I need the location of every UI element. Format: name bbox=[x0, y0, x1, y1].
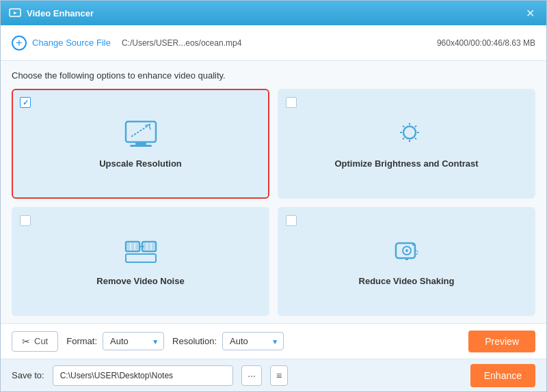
option-noise[interactable]: Remove Video Noise bbox=[12, 207, 269, 317]
change-source-button[interactable]: + Change Source File bbox=[12, 36, 111, 51]
save-bar: Save to: ··· ≡ Enhance bbox=[1, 359, 546, 391]
brightness-icon bbox=[389, 119, 425, 152]
checkbox-upscale[interactable] bbox=[20, 97, 31, 108]
svg-rect-18 bbox=[127, 243, 130, 250]
save-label: Save to: bbox=[12, 370, 44, 380]
svg-marker-1 bbox=[14, 12, 17, 14]
header-bar: + Change Source File C:/Users/USER...eos… bbox=[1, 25, 546, 61]
preview-button[interactable]: Preview bbox=[468, 331, 535, 352]
svg-line-15 bbox=[415, 126, 416, 127]
svg-rect-24 bbox=[152, 243, 155, 250]
upscale-icon bbox=[123, 119, 159, 152]
resolution-label: Resolution: bbox=[172, 336, 217, 346]
options-grid: Upscale Resolution bbox=[12, 89, 535, 316]
folder-icon: ≡ bbox=[276, 370, 282, 381]
scissors-icon: ✂ bbox=[22, 336, 30, 347]
svg-line-16 bbox=[403, 138, 404, 139]
folder-button[interactable]: ≡ bbox=[270, 365, 288, 386]
svg-rect-27 bbox=[126, 254, 156, 262]
svg-point-32 bbox=[412, 243, 415, 246]
instruction-text: Choose the following options to enhance … bbox=[12, 70, 535, 81]
svg-rect-4 bbox=[130, 145, 152, 147]
svg-rect-23 bbox=[148, 243, 150, 250]
svg-rect-19 bbox=[131, 243, 134, 250]
shaking-label: Reduce Video Shaking bbox=[359, 276, 455, 286]
checkbox-noise[interactable] bbox=[20, 215, 31, 226]
enhance-button[interactable]: Enhance bbox=[470, 364, 535, 387]
format-group: Format: Auto MP4 AVI MOV ▼ bbox=[66, 332, 164, 350]
main-window: Video Enhancer ✕ + Change Source File C:… bbox=[0, 0, 547, 392]
svg-rect-3 bbox=[135, 142, 146, 145]
svg-point-30 bbox=[405, 249, 408, 252]
brightness-label: Optimize Brightness and Contrast bbox=[334, 158, 478, 169]
option-upscale[interactable]: Upscale Resolution bbox=[12, 89, 269, 199]
upscale-label: Upscale Resolution bbox=[99, 158, 182, 169]
option-brightness[interactable]: Optimize Brightness and Contrast bbox=[278, 89, 535, 199]
svg-rect-2 bbox=[126, 122, 156, 142]
svg-line-5 bbox=[131, 124, 150, 137]
noise-icon bbox=[123, 236, 159, 269]
title-bar: Video Enhancer ✕ bbox=[1, 1, 546, 25]
main-content: Choose the following options to enhance … bbox=[1, 61, 546, 323]
checkbox-shaking[interactable] bbox=[286, 215, 297, 226]
app-icon bbox=[9, 7, 21, 19]
cut-button[interactable]: ✂ Cut bbox=[12, 331, 58, 352]
noise-label: Remove Video Noise bbox=[96, 276, 184, 286]
file-path: C:/Users/USER...eos/ocean.mp4 bbox=[122, 38, 426, 48]
close-button[interactable]: ✕ bbox=[522, 5, 538, 21]
window-title: Video Enhancer bbox=[27, 8, 522, 18]
save-path-input[interactable] bbox=[53, 365, 234, 386]
format-dropdown-wrapper: Auto MP4 AVI MOV ▼ bbox=[103, 332, 164, 350]
format-select[interactable]: Auto MP4 AVI MOV bbox=[103, 332, 164, 350]
plus-circle-icon: + bbox=[12, 36, 27, 51]
svg-rect-31 bbox=[405, 258, 408, 260]
svg-rect-20 bbox=[135, 243, 138, 250]
resolution-select[interactable]: Auto 720p 1080p 4K bbox=[222, 332, 284, 350]
shaking-icon bbox=[389, 236, 425, 269]
resolution-group: Resolution: Auto 720p 1080p 4K ▼ bbox=[172, 332, 284, 350]
option-shaking[interactable]: Reduce Video Shaking bbox=[278, 207, 535, 317]
svg-line-14 bbox=[415, 138, 416, 139]
svg-point-8 bbox=[403, 126, 416, 139]
format-label: Format: bbox=[66, 336, 97, 346]
file-meta: 960x400/00:00:46/8.63 MB bbox=[437, 38, 535, 48]
change-source-label: Change Source File bbox=[32, 38, 111, 48]
resolution-dropdown-wrapper: Auto 720p 1080p 4K ▼ bbox=[222, 332, 284, 350]
browse-button[interactable]: ··· bbox=[241, 365, 262, 386]
checkbox-brightness[interactable] bbox=[286, 97, 297, 108]
svg-line-13 bbox=[403, 126, 404, 127]
cut-label: Cut bbox=[34, 336, 48, 346]
toolbar: ✂ Cut Format: Auto MP4 AVI MOV ▼ Resolut… bbox=[1, 323, 546, 359]
